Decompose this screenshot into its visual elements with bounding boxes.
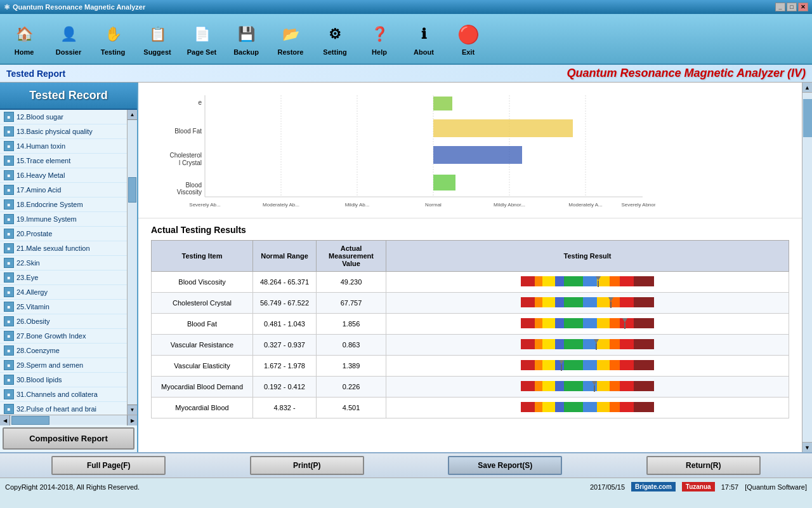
svg-text:Viscosity: Viscosity: [177, 189, 202, 196]
toolbar-about[interactable]: ℹ About: [405, 22, 443, 56]
sidebar-item-eye[interactable]: ■ 23.Eye: [0, 271, 127, 285]
sidebar-item-label: 16.Heavy Metal: [16, 171, 65, 179]
toolbar-restore[interactable]: 📂 Restore: [272, 22, 310, 56]
sidebar-hscroll-thumb[interactable]: [11, 416, 49, 425]
sidebar-item-icon: ■: [4, 404, 14, 414]
suggest-icon: 📋: [145, 22, 170, 47]
sidebar: Tested Record ■ 12.Blood sugar ■ 13.Basi…: [0, 83, 138, 452]
cell-value: 4.501: [317, 398, 386, 418]
toolbar-backup[interactable]: 💾 Backup: [227, 22, 265, 56]
result-chart: e Blood Fat Cholesterol l Crystal Blood …: [148, 89, 655, 213]
table-row: Myocardial Blood 4.832 - 4.501: [152, 398, 789, 418]
sidebar-item-label: 31.Channels and collatera: [16, 391, 98, 398]
sidebar-item-traceelement[interactable]: ■ 15.Trace element: [0, 154, 127, 168]
sidebar-item-heavymetal[interactable]: ■ 16.Heavy Metal: [0, 168, 127, 183]
print-button[interactable]: Print(P): [250, 456, 364, 475]
sidebar-item-bloodlipids[interactable]: ■ 30.Blood lipids: [0, 373, 127, 387]
sidebar-heading: Tested Record: [0, 83, 137, 110]
sidebar-scroll-down[interactable]: ▼: [128, 404, 137, 415]
minimize-button[interactable]: _: [775, 3, 785, 11]
sidebar-item-bloodsugar[interactable]: ■ 12.Blood sugar: [0, 110, 127, 124]
sidebar-hscroll-right[interactable]: ▶: [127, 415, 137, 425]
sidebar-item-allergy[interactable]: ■ 24.Allergy: [0, 285, 127, 300]
sidebar-item-humantoxin[interactable]: ■ 14.Human toxin: [0, 139, 127, 154]
sidebar-scroll-track: [128, 120, 137, 404]
toolbar-exit[interactable]: 🔴 Exit: [449, 22, 487, 56]
toolbar-suggest[interactable]: 📋 Suggest: [138, 22, 176, 56]
cell-range: 4.832 -: [253, 398, 317, 418]
status-time: 17:57: [721, 483, 739, 491]
toolbar-dossier[interactable]: 👤 Dossier: [49, 22, 88, 56]
testing-label: Testing: [101, 48, 125, 56]
sidebar-item-coenzyme[interactable]: ■ 28.Coenzyme: [0, 344, 127, 358]
help-icon: ❓: [367, 22, 392, 47]
sidebar-item-icon: ■: [4, 156, 14, 166]
sidebar-item-obesity[interactable]: ■ 26.Obesity: [0, 314, 127, 329]
sidebar-item-label: 15.Trace element: [16, 157, 70, 164]
sidebar-item-label: 26.Obesity: [16, 318, 50, 325]
toolbar-help[interactable]: ❓ Help: [360, 22, 398, 56]
maximize-button[interactable]: □: [787, 3, 797, 11]
scrollbar-thumb[interactable]: [803, 99, 812, 137]
svg-rect-16: [433, 175, 455, 190]
fullpage-button[interactable]: Full Page(F): [51, 456, 166, 475]
sidebar-item-label: 25.Vitamin: [16, 303, 49, 311]
sidebar-item-bonegrowth[interactable]: ■ 27.Bone Growth Index: [0, 329, 127, 344]
close-button[interactable]: ✕: [798, 3, 808, 11]
sidebar-item-icon: ■: [4, 331, 14, 341]
about-label: About: [414, 48, 434, 56]
svg-text:Mildly Abnor...: Mildly Abnor...: [494, 202, 525, 208]
sidebar-item-icon: ■: [4, 199, 14, 210]
cell-item: Myocardial Blood Demand: [152, 377, 253, 398]
results-table: Testing Item Normal Range Actual Measure…: [151, 240, 789, 418]
sidebar-item-channels[interactable]: ■ 31.Channels and collatera: [0, 387, 127, 402]
toolbar-home[interactable]: 🏠 Home: [5, 22, 43, 56]
sidebar-item-endocrine[interactable]: ■ 18.Endocrine System: [0, 197, 127, 212]
sidebar-item-icon: ■: [4, 389, 14, 399]
sidebar-item-label: 18.Endocrine System: [16, 201, 83, 208]
sidebar-item-pulse[interactable]: ■ 32.Pulse of heart and brai: [0, 402, 127, 415]
sidebar-hscroll-left[interactable]: ◀: [0, 415, 10, 425]
savereport-button[interactable]: Save Report(S): [448, 456, 562, 475]
qrma-subtitle: Quantum Resonance Magnetic Analyzer (IV): [567, 67, 806, 80]
sidebar-scroll-thumb[interactable]: [128, 177, 136, 203]
sidebar-item-label: 14.Human toxin: [16, 142, 65, 150]
cell-range: 1.672 - 1.978: [253, 356, 317, 377]
sidebar-item-immune[interactable]: ■ 19.Immune System: [0, 212, 127, 227]
sidebar-item-label: 32.Pulse of heart and brai: [16, 405, 96, 413]
sidebar-item-label: 12.Blood sugar: [16, 113, 63, 121]
svg-rect-15: [433, 146, 522, 164]
toolbar-testing[interactable]: ✋ Testing: [94, 22, 132, 56]
svg-text:l Crystal: l Crystal: [179, 159, 202, 166]
title-bar: ⚛ Quantum Resonance Magnetic Analyzer _ …: [0, 0, 812, 14]
bottom-bar: Full Page(F) Print(P) Save Report(S) Ret…: [0, 452, 812, 478]
sidebar-item-label: 23.Eye: [16, 274, 38, 281]
sidebar-item-skin[interactable]: ■ 22.Skin: [0, 256, 127, 271]
sidebar-hscroll[interactable]: ◀ ▶: [0, 415, 137, 425]
svg-text:Severely Ab...: Severely Ab...: [189, 202, 220, 208]
content-scrollbar[interactable]: ▲ ▼: [802, 83, 812, 452]
svg-text:Moderately A...: Moderately A...: [568, 202, 602, 208]
content-area: e Blood Fat Cholesterol l Crystal Blood …: [138, 83, 802, 452]
cell-item: Cholesterol Crystal: [152, 293, 253, 314]
sidebar-item-icon: ■: [4, 375, 14, 385]
scroll-up-button[interactable]: ▲: [802, 83, 812, 93]
svg-text:Mildly Ab...: Mildly Ab...: [345, 202, 370, 208]
sidebar-item-basicphysical[interactable]: ■ 13.Basic physical quality: [0, 124, 127, 139]
sidebar-item-aminoacid[interactable]: ■ 17.Amino Acid: [0, 183, 127, 197]
sidebar-item-icon: ■: [4, 287, 14, 297]
title-bar-controls[interactable]: _ □ ✕: [775, 3, 808, 11]
compositive-report-button[interactable]: Compositive Report: [3, 427, 134, 450]
sidebar-item-malesexual[interactable]: ■ 21.Male sexual function: [0, 241, 127, 256]
sidebar-scroll-up[interactable]: ▲: [128, 110, 137, 120]
return-button[interactable]: Return(R): [646, 456, 761, 475]
toolbar-pageset[interactable]: 📄 Page Set: [183, 22, 221, 56]
status-logo: Brigate.com: [631, 482, 676, 491]
toolbar-setting[interactable]: ⚙ Setting: [316, 22, 354, 56]
pageset-icon: 📄: [189, 22, 214, 47]
scroll-down-button[interactable]: ▼: [802, 442, 812, 452]
sidebar-item-sperm[interactable]: ■ 29.Sperm and semen: [0, 358, 127, 373]
sidebar-item-vitamin[interactable]: ■ 25.Vitamin: [0, 300, 127, 314]
sidebar-item-icon: ■: [4, 258, 14, 268]
sidebar-item-prostate[interactable]: ■ 20.Prostate: [0, 227, 127, 241]
